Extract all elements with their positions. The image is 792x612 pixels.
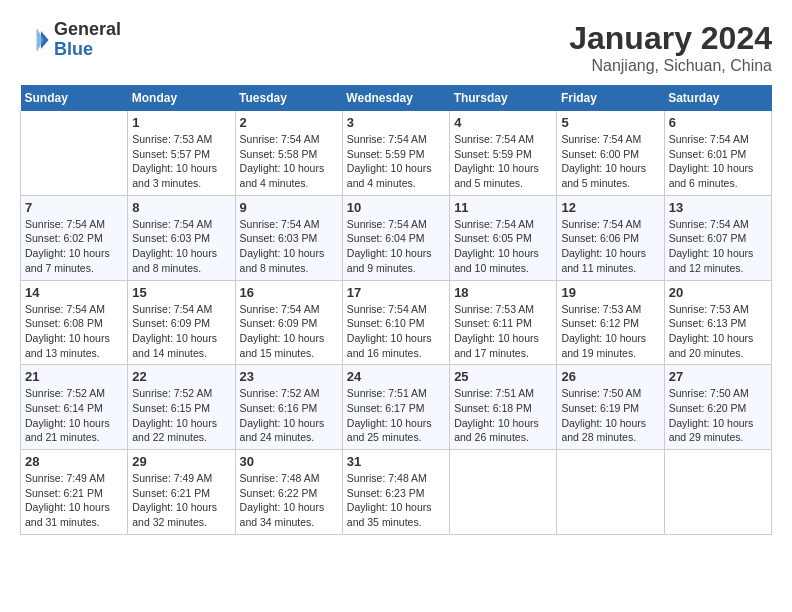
calendar-cell: 11Sunrise: 7:54 AMSunset: 6:05 PMDayligh… [450, 195, 557, 280]
weekday-header-thursday: Thursday [450, 85, 557, 111]
logo: General Blue [20, 20, 121, 60]
calendar-table: SundayMondayTuesdayWednesdayThursdayFrid… [20, 85, 772, 535]
day-info: Sunrise: 7:54 AMSunset: 5:59 PMDaylight:… [454, 132, 552, 191]
calendar-cell: 30Sunrise: 7:48 AMSunset: 6:22 PMDayligh… [235, 450, 342, 535]
calendar-cell: 31Sunrise: 7:48 AMSunset: 6:23 PMDayligh… [342, 450, 449, 535]
calendar-cell: 13Sunrise: 7:54 AMSunset: 6:07 PMDayligh… [664, 195, 771, 280]
calendar-cell: 25Sunrise: 7:51 AMSunset: 6:18 PMDayligh… [450, 365, 557, 450]
calendar-cell: 27Sunrise: 7:50 AMSunset: 6:20 PMDayligh… [664, 365, 771, 450]
weekday-header-wednesday: Wednesday [342, 85, 449, 111]
day-info: Sunrise: 7:54 AMSunset: 6:01 PMDaylight:… [669, 132, 767, 191]
day-info: Sunrise: 7:52 AMSunset: 6:14 PMDaylight:… [25, 386, 123, 445]
calendar-cell: 23Sunrise: 7:52 AMSunset: 6:16 PMDayligh… [235, 365, 342, 450]
svg-marker-1 [37, 28, 45, 52]
day-info: Sunrise: 7:54 AMSunset: 6:09 PMDaylight:… [240, 302, 338, 361]
day-number: 13 [669, 200, 767, 215]
calendar-cell: 3Sunrise: 7:54 AMSunset: 5:59 PMDaylight… [342, 111, 449, 195]
day-number: 6 [669, 115, 767, 130]
day-number: 21 [25, 369, 123, 384]
calendar-cell: 15Sunrise: 7:54 AMSunset: 6:09 PMDayligh… [128, 280, 235, 365]
day-info: Sunrise: 7:54 AMSunset: 6:00 PMDaylight:… [561, 132, 659, 191]
calendar-cell: 9Sunrise: 7:54 AMSunset: 6:03 PMDaylight… [235, 195, 342, 280]
day-number: 30 [240, 454, 338, 469]
calendar-cell: 14Sunrise: 7:54 AMSunset: 6:08 PMDayligh… [21, 280, 128, 365]
day-number: 16 [240, 285, 338, 300]
calendar-week-row: 21Sunrise: 7:52 AMSunset: 6:14 PMDayligh… [21, 365, 772, 450]
day-info: Sunrise: 7:50 AMSunset: 6:19 PMDaylight:… [561, 386, 659, 445]
day-number: 4 [454, 115, 552, 130]
logo-icon [20, 25, 50, 55]
calendar-cell: 12Sunrise: 7:54 AMSunset: 6:06 PMDayligh… [557, 195, 664, 280]
weekday-header-sunday: Sunday [21, 85, 128, 111]
calendar-cell: 4Sunrise: 7:54 AMSunset: 5:59 PMDaylight… [450, 111, 557, 195]
day-number: 31 [347, 454, 445, 469]
day-number: 2 [240, 115, 338, 130]
calendar-cell: 10Sunrise: 7:54 AMSunset: 6:04 PMDayligh… [342, 195, 449, 280]
day-number: 18 [454, 285, 552, 300]
day-info: Sunrise: 7:51 AMSunset: 6:17 PMDaylight:… [347, 386, 445, 445]
calendar-cell: 21Sunrise: 7:52 AMSunset: 6:14 PMDayligh… [21, 365, 128, 450]
day-number: 7 [25, 200, 123, 215]
day-info: Sunrise: 7:53 AMSunset: 5:57 PMDaylight:… [132, 132, 230, 191]
calendar-cell: 20Sunrise: 7:53 AMSunset: 6:13 PMDayligh… [664, 280, 771, 365]
calendar-cell: 17Sunrise: 7:54 AMSunset: 6:10 PMDayligh… [342, 280, 449, 365]
day-number: 27 [669, 369, 767, 384]
weekday-header-friday: Friday [557, 85, 664, 111]
day-number: 12 [561, 200, 659, 215]
day-number: 23 [240, 369, 338, 384]
day-number: 29 [132, 454, 230, 469]
day-info: Sunrise: 7:52 AMSunset: 6:15 PMDaylight:… [132, 386, 230, 445]
day-number: 19 [561, 285, 659, 300]
day-number: 17 [347, 285, 445, 300]
month-title: January 2024 [569, 20, 772, 57]
day-info: Sunrise: 7:49 AMSunset: 6:21 PMDaylight:… [132, 471, 230, 530]
calendar-cell: 29Sunrise: 7:49 AMSunset: 6:21 PMDayligh… [128, 450, 235, 535]
day-info: Sunrise: 7:54 AMSunset: 6:03 PMDaylight:… [132, 217, 230, 276]
day-info: Sunrise: 7:54 AMSunset: 6:05 PMDaylight:… [454, 217, 552, 276]
calendar-cell [21, 111, 128, 195]
day-info: Sunrise: 7:48 AMSunset: 6:22 PMDaylight:… [240, 471, 338, 530]
day-number: 8 [132, 200, 230, 215]
calendar-cell [557, 450, 664, 535]
day-info: Sunrise: 7:53 AMSunset: 6:11 PMDaylight:… [454, 302, 552, 361]
calendar-cell [450, 450, 557, 535]
day-number: 25 [454, 369, 552, 384]
day-info: Sunrise: 7:54 AMSunset: 6:10 PMDaylight:… [347, 302, 445, 361]
day-info: Sunrise: 7:54 AMSunset: 6:03 PMDaylight:… [240, 217, 338, 276]
calendar-cell: 22Sunrise: 7:52 AMSunset: 6:15 PMDayligh… [128, 365, 235, 450]
logo-text: General Blue [54, 20, 121, 60]
calendar-cell: 7Sunrise: 7:54 AMSunset: 6:02 PMDaylight… [21, 195, 128, 280]
calendar-week-row: 7Sunrise: 7:54 AMSunset: 6:02 PMDaylight… [21, 195, 772, 280]
day-info: Sunrise: 7:49 AMSunset: 6:21 PMDaylight:… [25, 471, 123, 530]
day-number: 22 [132, 369, 230, 384]
calendar-cell: 6Sunrise: 7:54 AMSunset: 6:01 PMDaylight… [664, 111, 771, 195]
calendar-cell: 16Sunrise: 7:54 AMSunset: 6:09 PMDayligh… [235, 280, 342, 365]
calendar-cell: 2Sunrise: 7:54 AMSunset: 5:58 PMDaylight… [235, 111, 342, 195]
calendar-week-row: 1Sunrise: 7:53 AMSunset: 5:57 PMDaylight… [21, 111, 772, 195]
day-number: 10 [347, 200, 445, 215]
calendar-cell: 24Sunrise: 7:51 AMSunset: 6:17 PMDayligh… [342, 365, 449, 450]
day-number: 11 [454, 200, 552, 215]
day-info: Sunrise: 7:54 AMSunset: 6:08 PMDaylight:… [25, 302, 123, 361]
day-number: 26 [561, 369, 659, 384]
day-number: 5 [561, 115, 659, 130]
day-number: 15 [132, 285, 230, 300]
day-info: Sunrise: 7:54 AMSunset: 5:58 PMDaylight:… [240, 132, 338, 191]
day-info: Sunrise: 7:50 AMSunset: 6:20 PMDaylight:… [669, 386, 767, 445]
day-info: Sunrise: 7:48 AMSunset: 6:23 PMDaylight:… [347, 471, 445, 530]
day-info: Sunrise: 7:54 AMSunset: 6:07 PMDaylight:… [669, 217, 767, 276]
calendar-cell: 5Sunrise: 7:54 AMSunset: 6:00 PMDaylight… [557, 111, 664, 195]
weekday-header-monday: Monday [128, 85, 235, 111]
day-info: Sunrise: 7:52 AMSunset: 6:16 PMDaylight:… [240, 386, 338, 445]
day-number: 1 [132, 115, 230, 130]
day-number: 24 [347, 369, 445, 384]
calendar-cell: 19Sunrise: 7:53 AMSunset: 6:12 PMDayligh… [557, 280, 664, 365]
day-number: 28 [25, 454, 123, 469]
calendar-cell: 8Sunrise: 7:54 AMSunset: 6:03 PMDaylight… [128, 195, 235, 280]
calendar-cell: 26Sunrise: 7:50 AMSunset: 6:19 PMDayligh… [557, 365, 664, 450]
day-number: 14 [25, 285, 123, 300]
day-info: Sunrise: 7:54 AMSunset: 6:04 PMDaylight:… [347, 217, 445, 276]
weekday-header-row: SundayMondayTuesdayWednesdayThursdayFrid… [21, 85, 772, 111]
calendar-cell: 28Sunrise: 7:49 AMSunset: 6:21 PMDayligh… [21, 450, 128, 535]
calendar-cell: 1Sunrise: 7:53 AMSunset: 5:57 PMDaylight… [128, 111, 235, 195]
